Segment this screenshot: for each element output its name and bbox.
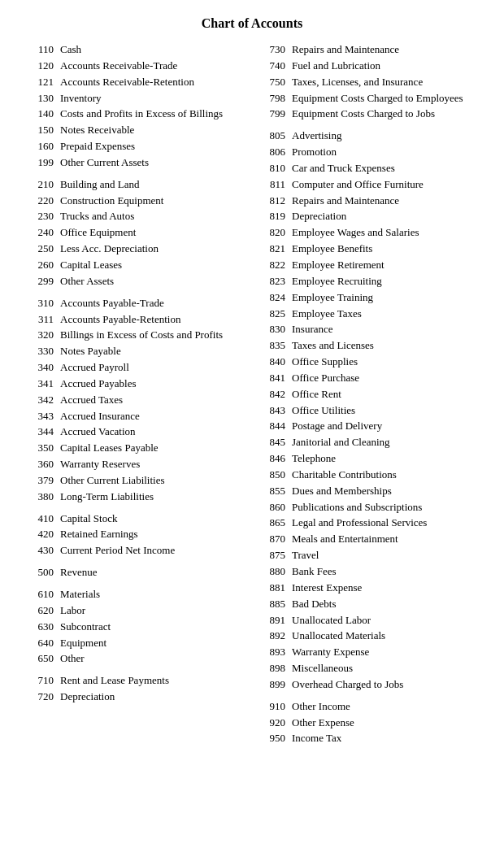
list-item: 342Accrued Taxes <box>24 393 248 408</box>
account-number: 640 <box>24 636 54 651</box>
account-name: Employee Training <box>292 290 480 306</box>
list-item: 811Computer and Office Furniture <box>256 177 480 193</box>
account-name: Subcontract <box>60 620 248 635</box>
account-name: Office Rent <box>292 387 480 402</box>
account-name: Other Assets <box>60 274 248 289</box>
list-item: 823Employee Recruiting <box>256 274 480 289</box>
account-number: 650 <box>24 651 54 667</box>
account-number: 199 <box>24 155 54 171</box>
account-number: 825 <box>256 307 285 322</box>
account-name: Prepaid Expenses <box>60 139 248 154</box>
account-name: Equipment Costs Charged to Jobs <box>292 107 480 122</box>
list-item: 220Construction Equipment <box>24 194 248 209</box>
account-name: Office Purchase <box>292 371 480 386</box>
account-name: Warranty Reserves <box>60 457 248 472</box>
list-item: 750Taxes, Licenses, and Insurance <box>256 75 480 90</box>
list-item: 410Capital Stock <box>24 511 248 527</box>
account-name: Telephone <box>292 451 480 467</box>
list-item: 845Janitorial and Cleaning <box>256 435 480 450</box>
account-name: Advertising <box>292 128 480 144</box>
account-number: 821 <box>256 241 285 257</box>
account-number: 140 <box>24 107 54 122</box>
account-name: Income Tax <box>292 731 480 746</box>
account-number: 350 <box>24 441 54 456</box>
account-number: 819 <box>256 209 285 224</box>
account-name: Other Expense <box>292 715 480 731</box>
account-number: 885 <box>256 597 285 612</box>
account-name: Revenue <box>60 565 248 581</box>
account-name: Taxes, Licenses, and Insurance <box>292 75 480 90</box>
list-item: 846Telephone <box>256 451 480 467</box>
list-item: 121Accounts Receivable-Retention <box>24 75 248 90</box>
account-number: 220 <box>24 194 54 209</box>
list-item: 650Other <box>24 651 248 667</box>
account-number: 844 <box>256 419 285 434</box>
list-item: 910Other Income <box>256 699 480 715</box>
account-name: Bank Fees <box>292 564 480 580</box>
account-number: 881 <box>256 581 285 596</box>
account-number: 824 <box>256 290 285 306</box>
account-number: 799 <box>256 107 285 122</box>
account-number: 730 <box>256 42 285 58</box>
list-item: 841Office Purchase <box>256 371 480 386</box>
list-item: 500Revenue <box>24 565 248 581</box>
account-name: Employee Retirement <box>292 258 480 273</box>
list-item: 885Bad Debts <box>256 597 480 612</box>
list-item: 825Employee Taxes <box>256 307 480 322</box>
account-name: Rent and Lease Payments <box>60 673 248 689</box>
account-number: 893 <box>256 645 285 660</box>
account-number: 320 <box>24 328 54 343</box>
list-item: 630Subcontract <box>24 620 248 635</box>
account-number: 710 <box>24 673 54 689</box>
account-number: 805 <box>256 128 285 144</box>
account-number: 823 <box>256 274 285 289</box>
list-item: 875Travel <box>256 548 480 563</box>
account-name: Capital Leases Payable <box>60 441 248 456</box>
list-item: 843Office Utilities <box>256 403 480 419</box>
account-number: 500 <box>24 565 54 581</box>
account-name: Repairs and Maintenance <box>292 42 480 58</box>
list-item: 420Retained Earnings <box>24 527 248 542</box>
left-column: 110Cash120Accounts Receivable-Trade121Ac… <box>24 42 256 706</box>
account-name: Taxes and Licenses <box>292 338 480 354</box>
list-item: 821Employee Benefits <box>256 241 480 257</box>
list-item: 810Car and Truck Expenses <box>256 161 480 176</box>
account-number: 630 <box>24 620 54 635</box>
account-name: Accounts Payable-Trade <box>60 296 248 311</box>
list-item: 840Office Supplies <box>256 354 480 370</box>
account-number: 845 <box>256 435 285 450</box>
account-number: 865 <box>256 515 285 531</box>
account-name: Notes Payable <box>60 344 248 359</box>
account-number: 740 <box>256 59 285 74</box>
account-name: Building and Land <box>60 177 248 193</box>
list-item: 310Accounts Payable-Trade <box>24 296 248 311</box>
account-name: Less Acc. Depreciation <box>60 241 248 257</box>
account-number: 260 <box>24 258 54 273</box>
account-number: 860 <box>256 500 285 515</box>
account-number: 620 <box>24 603 54 619</box>
account-number: 341 <box>24 376 54 392</box>
list-item: 640Equipment <box>24 636 248 651</box>
list-item: 950Income Tax <box>256 731 480 746</box>
list-item: 899Overhead Charged to Jobs <box>256 677 480 693</box>
account-number: 840 <box>256 354 285 370</box>
list-item: 798Equipment Costs Charged to Employees <box>256 91 480 107</box>
list-item: 835Taxes and Licenses <box>256 338 480 354</box>
account-name: Computer and Office Furniture <box>292 177 480 193</box>
list-item: 430Current Period Net Income <box>24 543 248 559</box>
list-item: 824Employee Training <box>256 290 480 306</box>
account-number: 850 <box>256 467 285 483</box>
list-item: 799Equipment Costs Charged to Jobs <box>256 107 480 122</box>
right-column: 730Repairs and Maintenance740Fuel and Lu… <box>256 42 480 747</box>
list-item: 340Accrued Payroll <box>24 360 248 376</box>
account-number: 610 <box>24 587 54 602</box>
account-name: Cash <box>60 42 248 58</box>
account-number: 835 <box>256 338 285 354</box>
account-name: Accounts Payable-Retention <box>60 312 248 328</box>
list-item: 820Employee Wages and Salaries <box>256 225 480 241</box>
account-name: Current Period Net Income <box>60 543 248 559</box>
account-number: 891 <box>256 613 285 628</box>
account-name: Warranty Expense <box>292 645 480 660</box>
account-number: 892 <box>256 628 285 644</box>
account-number: 130 <box>24 91 54 107</box>
